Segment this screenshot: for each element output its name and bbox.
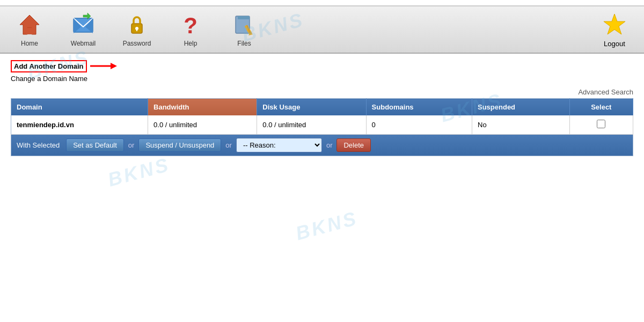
home-icon — [17, 12, 42, 38]
logout-icon — [602, 12, 627, 38]
nav-help-label: Help — [184, 40, 197, 47]
nav-logout-label: Logout — [604, 40, 625, 48]
reason-select[interactable]: -- Reason:SpamAbuseNon-paymentOther — [236, 138, 322, 152]
svg-rect-1 — [26, 28, 33, 34]
suspended-cell: No — [472, 115, 570, 135]
nav-files-label: Files — [237, 40, 251, 47]
svg-marker-17 — [111, 63, 117, 69]
domain-table: Domain Bandwidth Disk Usage Subdomains S… — [11, 98, 633, 156]
col-bandwidth: Bandwidth — [148, 99, 257, 116]
password-icon — [124, 12, 150, 38]
nav-password-label: Password — [123, 40, 151, 47]
nav-help[interactable]: ? Help — [172, 12, 209, 47]
nav-webmail-label: Webmail — [71, 40, 96, 47]
col-suspended: Suspended — [472, 99, 570, 116]
nav-home-label: Home — [21, 40, 38, 47]
delete-button[interactable]: Delete — [336, 138, 371, 152]
content-area: Add Another Domain Change a Domain Name … — [0, 54, 644, 163]
help-icon: ? — [178, 12, 203, 38]
with-selected-label: With Selected — [17, 141, 60, 149]
files-icon — [231, 12, 257, 38]
change-domain-link[interactable]: Change a Domain Name — [11, 75, 633, 83]
col-domain: Domain — [11, 99, 148, 116]
select-cell[interactable] — [569, 115, 633, 135]
nav-logout[interactable]: Logout — [596, 12, 633, 48]
svg-rect-8 — [136, 29, 137, 31]
row-checkbox[interactable] — [597, 120, 605, 128]
svg-text:?: ? — [184, 13, 197, 36]
action-bar: With Selected Set as Default or Suspend … — [11, 135, 633, 156]
advanced-search-link[interactable]: Advanced Search — [11, 88, 633, 96]
disk-usage-cell: 0.0 / unlimited — [257, 115, 366, 135]
col-select: Select — [569, 99, 633, 116]
nav-password[interactable]: Password — [118, 12, 156, 47]
set-default-button[interactable]: Set as Default — [66, 138, 124, 152]
webmail-icon — [70, 12, 96, 38]
arrow-icon — [90, 61, 117, 73]
action-row: With Selected Set as Default or Suspend … — [11, 135, 633, 156]
or-text-3: or — [326, 141, 333, 149]
nav-webmail[interactable]: Webmail — [64, 12, 102, 47]
nav-bar: Home Webmail Password — [0, 5, 644, 54]
table-row: tenmiendep.id.vn 0.0 / unlimited 0.0 / u… — [11, 115, 633, 135]
col-disk-usage: Disk Usage — [257, 99, 366, 116]
col-subdomains: Subdomains — [366, 99, 472, 116]
bandwidth-cell: 0.0 / unlimited — [148, 115, 257, 135]
domain-name-cell: tenmiendep.id.vn — [11, 115, 148, 135]
suspend-button[interactable]: Suspend / Unsuspend — [138, 138, 221, 152]
nav-files[interactable]: Files — [225, 12, 263, 47]
svg-marker-15 — [604, 14, 625, 34]
or-text-2: or — [225, 141, 232, 149]
add-domain-link[interactable]: Add Another Domain — [11, 60, 87, 72]
svg-rect-11 — [238, 16, 250, 19]
nav-home[interactable]: Home — [11, 12, 48, 47]
or-text-1: or — [128, 141, 135, 149]
subdomains-cell: 0 — [366, 115, 472, 135]
